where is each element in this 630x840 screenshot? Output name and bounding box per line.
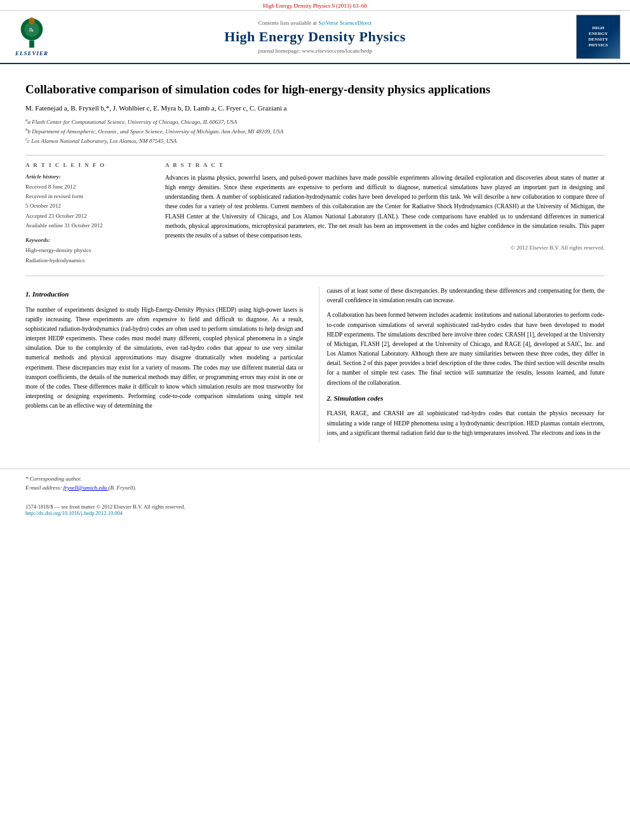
body-content: 1. Introduction The number of experiment…	[25, 286, 605, 443]
email-line: E-mail address: fryxell@umich.edu (B. Fr…	[25, 484, 605, 491]
article-info-label: A R T I C L E I N F O	[25, 162, 152, 168]
journal-citation: High Energy Density Physics 9 (2013) 63–…	[263, 3, 367, 9]
journal-header: ℞ ELSEVIER Contents lists available at S…	[0, 11, 630, 64]
intro-para-right-2: A collaboration has been formed between …	[327, 310, 605, 388]
journal-title-area: Contents lists available at SciVerse Sci…	[62, 15, 568, 59]
journal-logo-box: HIGH ENERGY DENSITY PHYSICS	[576, 15, 620, 59]
svg-point-4	[29, 17, 35, 25]
body-col-right: causes of at least some of these discrep…	[319, 286, 605, 443]
abstract-text: Advances in plasma physics, powerful las…	[165, 173, 605, 241]
journal-homepage: journal homepage: www.elsevier.com/locat…	[258, 48, 372, 54]
affiliation-b: bb Department of Atmospheric, Oceanic, a…	[25, 126, 605, 136]
history-items: Received 8 June 2012 Received in revised…	[25, 182, 152, 230]
elsevier-logo: ℞ ELSEVIER	[13, 17, 51, 57]
journal-top-bar: High Energy Density Physics 9 (2013) 63–…	[0, 0, 630, 11]
history-label: Article history:	[25, 173, 152, 180]
affiliations: aa Flash Center for Computational Scienc…	[25, 117, 605, 146]
footer-copyright: 1574-1818/$ — see front matter © 2012 El…	[25, 503, 605, 510]
article-info-col: A R T I C L E I N F O Article history: R…	[25, 162, 152, 265]
journal-logo-text: HIGH ENERGY DENSITY PHYSICS	[586, 23, 610, 51]
keyword-0: High-energy-density physics	[25, 246, 152, 255]
intro-para-right-1: causes of at least some of these discrep…	[327, 286, 605, 305]
email-link[interactable]: fryxell@umich.edu	[64, 484, 109, 491]
email-name: (B. Fryxell).	[108, 484, 136, 491]
elsevier-brand-text: ELSEVIER	[15, 50, 48, 57]
journal-title: High Energy Density Physics	[224, 29, 405, 45]
affiliation-c: cc Los Alamos National Laboratory, Los A…	[25, 136, 605, 145]
footer-doi: http://dx.doi.org/10.1016/j.hedp.2012.10…	[25, 510, 605, 516]
corresponding-label: * Corresponding author.	[25, 476, 81, 482]
section2-heading: 2. Simulation codes	[327, 393, 605, 404]
elsevier-tree-icon: ℞	[13, 17, 51, 49]
elsevier-logo-area: ℞ ELSEVIER	[6, 15, 57, 59]
divider-2	[25, 276, 605, 276]
history-item-2: 5 October 2012	[25, 201, 152, 211]
article-info-abstract-area: A R T I C L E I N F O Article history: R…	[25, 162, 605, 265]
email-label: E-mail address:	[25, 484, 62, 491]
corresponding-author-note: * Corresponding author.	[25, 476, 605, 482]
section2-para-1: FLASH, RAGE, and CRASH are all sophistic…	[327, 409, 605, 438]
page-content: Collaborative comparison of simulation c…	[0, 64, 630, 456]
keywords-label: Keywords:	[25, 237, 152, 243]
divider-1	[25, 155, 605, 156]
history-item-3: Accepted 23 October 2012	[25, 211, 152, 221]
affiliation-a: aa Flash Center for Computational Scienc…	[25, 117, 605, 126]
authors-text: M. Fatenejad a, B. Fryxell b,*, J. Wohlb…	[25, 104, 286, 112]
footer: * Corresponding author. E-mail address: …	[0, 469, 630, 523]
body-col-left: 1. Introduction The number of experiment…	[25, 286, 304, 443]
abstract-col: A B S T R A C T Advances in plasma physi…	[165, 162, 605, 265]
article-title: Collaborative comparison of simulation c…	[25, 82, 605, 98]
authors-line: M. Fatenejad a, B. Fryxell b,*, J. Wohlb…	[25, 104, 605, 112]
history-item-1: Received in revised form	[25, 192, 152, 201]
svg-text:℞: ℞	[30, 27, 34, 33]
svg-rect-0	[29, 41, 34, 48]
intro-para-1: The number of experiments designed to st…	[25, 305, 304, 411]
abstract-label: A B S T R A C T	[165, 162, 605, 168]
sciverse-note: Contents lists available at SciVerse Sci…	[258, 20, 372, 26]
sciverse-link[interactable]: SciVerse ScienceDirect	[318, 20, 372, 26]
journal-logo-area: HIGH ENERGY DENSITY PHYSICS	[573, 15, 624, 59]
section1-heading: 1. Introduction	[25, 289, 304, 300]
history-item-4: Available online 31 October 2012	[25, 221, 152, 230]
abstract-copyright: © 2012 Elsevier B.V. All rights reserved…	[165, 244, 605, 251]
keywords-items: High-energy-density physics Radiation-hy…	[25, 246, 152, 265]
keyword-1: Radiation-hydrodynamics	[25, 256, 152, 265]
history-item-0: Received 8 June 2012	[25, 182, 152, 192]
